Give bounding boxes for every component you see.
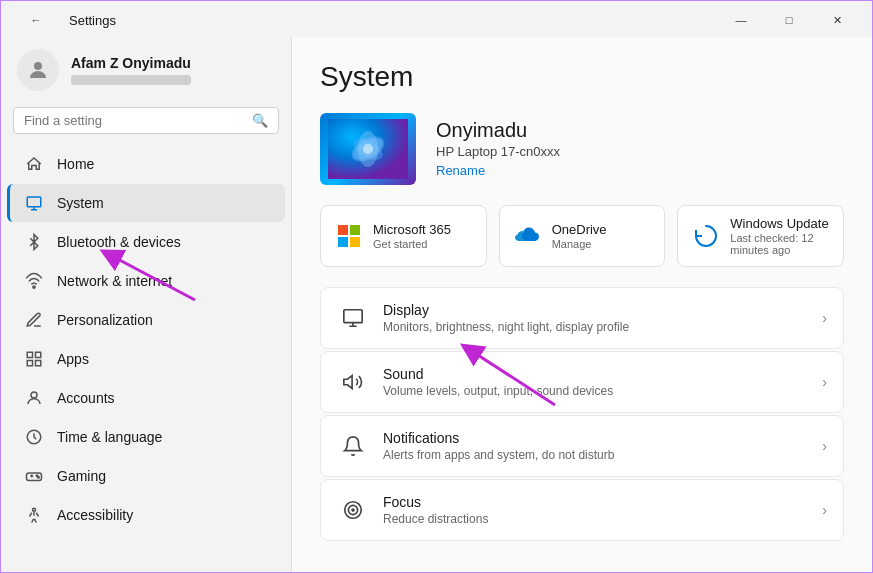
device-name: Onyimadu [436,119,844,142]
focus-chevron: › [822,502,827,518]
winupdate-title: Windows Update [730,216,829,231]
notifications-icon [337,430,369,462]
system-info: Onyimadu HP Laptop 17-cn0xxx Rename [436,119,844,179]
display-chevron: › [822,310,827,326]
sound-sub: Volume levels, output, input, sound devi… [383,384,808,398]
apps-icon [23,348,45,370]
nav-list: Home System Bluetooth & [1,142,291,573]
onedrive-text: OneDrive Manage [552,222,607,250]
avatar [17,49,59,91]
notifications-text: Notifications Alerts from apps and syste… [383,430,808,462]
sidebar-item-accounts-label: Accounts [57,390,115,406]
user-section[interactable]: Afam Z Onyimadu [1,37,291,101]
sidebar-item-apps[interactable]: Apps [7,340,285,378]
back-button[interactable]: ← [13,5,59,35]
wallpaper-svg [328,119,408,179]
svg-marker-20 [344,376,352,389]
svg-point-7 [31,392,37,398]
app-container: Afam Z Onyimadu 🔍 Home [1,37,872,573]
ms365-title: Microsoft 365 [373,222,451,237]
sidebar-item-time-label: Time & language [57,429,162,445]
page-title: System [320,61,844,93]
window-title: Settings [69,13,116,28]
display-text: Display Monitors, brightness, night ligh… [383,302,808,334]
setting-item-display[interactable]: Display Monitors, brightness, night ligh… [320,287,844,349]
sidebar-item-bluetooth-label: Bluetooth & devices [57,234,181,250]
user-icon [26,58,50,82]
accounts-icon [23,387,45,409]
sidebar-item-gaming[interactable]: Gaming [7,457,285,495]
quick-link-onedrive[interactable]: OneDrive Manage [499,205,666,267]
focus-title: Focus [383,494,808,510]
settings-list: Display Monitors, brightness, night ligh… [320,287,844,541]
sound-icon [337,366,369,398]
search-box[interactable]: 🔍 [13,107,279,134]
sidebar-item-network[interactable]: Network & internet [7,262,285,300]
ms365-sub: Get started [373,238,451,250]
notifications-chevron: › [822,438,827,454]
display-icon [337,302,369,334]
notifications-title: Notifications [383,430,808,446]
sidebar-item-personalization[interactable]: Personalization [7,301,285,339]
device-model: HP Laptop 17-cn0xxx [436,144,844,159]
sidebar-item-bluetooth[interactable]: Bluetooth & devices [7,223,285,261]
home-icon [23,153,45,175]
svg-point-18 [363,144,373,154]
sidebar-item-personalization-label: Personalization [57,312,153,328]
window-controls: — □ ✕ [718,5,860,35]
svg-point-11 [38,476,40,478]
sound-text: Sound Volume levels, output, input, soun… [383,366,808,398]
network-icon [23,270,45,292]
sidebar-item-time[interactable]: Time & language [7,418,285,456]
svg-rect-19 [344,310,362,323]
title-bar-left: ← Settings [13,5,116,35]
maximize-button[interactable]: □ [766,5,812,35]
user-name: Afam Z Onyimadu [71,55,275,71]
onedrive-sub: Manage [552,238,607,250]
ms365-text: Microsoft 365 Get started [373,222,451,250]
search-input[interactable] [24,113,246,128]
sidebar-item-home[interactable]: Home [7,145,285,183]
svg-point-0 [34,62,42,70]
system-hero: Onyimadu HP Laptop 17-cn0xxx Rename [320,113,844,185]
sidebar-item-accessibility[interactable]: Accessibility [7,496,285,534]
personalization-icon [23,309,45,331]
user-info: Afam Z Onyimadu [71,55,275,85]
accessibility-icon [23,504,45,526]
quick-link-winupdate[interactable]: Windows Update Last checked: 12 minutes … [677,205,844,267]
quick-link-ms365[interactable]: Microsoft 365 Get started [320,205,487,267]
winupdate-sub: Last checked: 12 minutes ago [730,232,829,256]
sidebar-item-gaming-label: Gaming [57,468,106,484]
setting-item-sound[interactable]: Sound Volume levels, output, input, soun… [320,351,844,413]
minimize-button[interactable]: — [718,5,764,35]
sidebar-item-accessibility-label: Accessibility [57,507,133,523]
svg-rect-6 [27,361,32,366]
notifications-sub: Alerts from apps and system, do not dist… [383,448,808,462]
focus-sub: Reduce distractions [383,512,808,526]
display-sub: Monitors, brightness, night light, displ… [383,320,808,334]
sidebar-item-system[interactable]: System [7,184,285,222]
user-sub [71,75,191,85]
close-button[interactable]: ✕ [814,5,860,35]
rename-link[interactable]: Rename [436,163,485,178]
gaming-icon [23,465,45,487]
setting-item-notifications[interactable]: Notifications Alerts from apps and syste… [320,415,844,477]
sidebar-item-network-label: Network & internet [57,273,172,289]
svg-rect-1 [27,197,41,207]
setting-item-focus[interactable]: Focus Reduce distractions › [320,479,844,541]
sidebar-item-accounts[interactable]: Accounts [7,379,285,417]
svg-point-12 [33,508,36,511]
sidebar-item-apps-label: Apps [57,351,89,367]
system-icon [23,192,45,214]
svg-rect-3 [27,352,32,357]
winupdate-text: Windows Update Last checked: 12 minutes … [730,216,829,256]
winupdate-icon [692,222,720,250]
sidebar-item-system-label: System [57,195,104,211]
svg-rect-5 [36,361,41,366]
onedrive-icon [514,222,542,250]
sidebar-item-home-label: Home [57,156,94,172]
svg-rect-4 [36,352,41,357]
focus-icon [337,494,369,526]
focus-text: Focus Reduce distractions [383,494,808,526]
main-content: System [291,37,872,573]
